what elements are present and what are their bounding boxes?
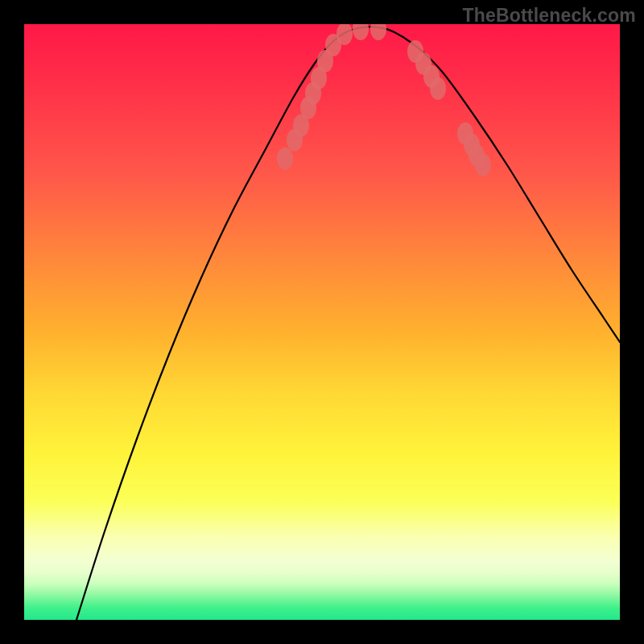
curve-markers [277,24,491,176]
marker-dot [475,154,491,176]
plot-area [24,24,620,620]
watermark-text: TheBottleneck.com [462,5,636,27]
marker-dot [370,24,386,40]
curve-svg [24,24,620,620]
marker-dot [430,77,446,100]
marker-dot [277,147,293,170]
frame: TheBottleneck.com [0,0,644,644]
bottleneck-curve [76,27,620,620]
marker-dot [353,24,369,40]
